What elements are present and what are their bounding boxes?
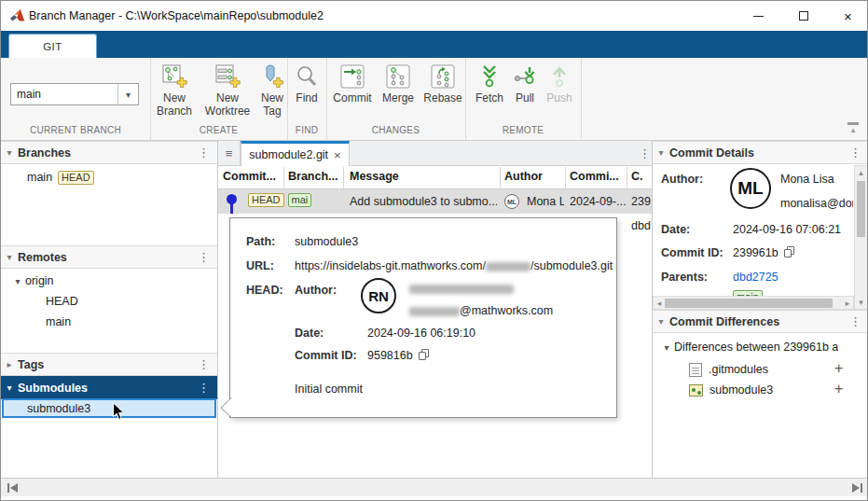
submodules-menu-icon[interactable]: ⋮	[198, 381, 210, 395]
fetch-button[interactable]: Fetch	[471, 61, 508, 124]
remote-item-main[interactable]: main	[46, 312, 71, 332]
col-message[interactable]: Message	[350, 170, 399, 183]
remote-item-head[interactable]: HEAD	[46, 291, 78, 312]
commit-differences-header[interactable]: ▾ Commit Differences ⋮	[653, 310, 868, 333]
remote-item-origin[interactable]: ▾ origin	[10, 271, 54, 291]
current-branch-combobox[interactable]: main ▾	[10, 83, 139, 105]
tt-date-value: 2024-09-16 06:19:10	[367, 327, 475, 340]
skip-to-start-icon[interactable]	[7, 482, 20, 494]
scroll-left-icon[interactable]: ◂	[654, 299, 665, 308]
submodule-item-submodule3[interactable]: submodule3	[2, 398, 216, 418]
tab-submodule2-git[interactable]: submodule2.git ×	[241, 141, 350, 166]
tt-url-value: https://insidelabs-git.mathworks.com//su…	[295, 259, 613, 272]
skip-to-end-icon[interactable]	[850, 482, 863, 494]
commit-details-menu-icon[interactable]: ⋮	[849, 146, 861, 160]
file-icon	[689, 363, 702, 377]
minimize-button[interactable]	[737, 1, 779, 31]
tab-list-icon[interactable]: ≡	[218, 141, 241, 166]
col-branch[interactable]: Branch...	[288, 170, 338, 183]
tab-git[interactable]: GIT	[8, 34, 97, 58]
find-button[interactable]: Find	[287, 61, 326, 124]
diff-add-icon[interactable]: +	[834, 381, 843, 397]
caret-down-icon[interactable]: ▾	[1, 252, 18, 262]
rebase-icon	[431, 61, 455, 92]
caret-down-icon[interactable]: ▾	[10, 276, 25, 286]
maximize-icon	[799, 11, 808, 21]
column-separator[interactable]	[565, 167, 566, 188]
tags-section-header[interactable]: ▸ Tags ⋮	[1, 353, 217, 376]
merge-button[interactable]: Merge	[377, 61, 420, 124]
branches-menu-icon[interactable]: ⋮	[198, 146, 210, 160]
new-worktree-button[interactable]: New Worktree	[199, 61, 256, 124]
fetch-icon	[477, 61, 502, 92]
column-separator[interactable]	[283, 167, 284, 188]
group-caption-remote: REMOTE	[465, 125, 581, 138]
caret-down-icon[interactable]: ▾	[659, 342, 674, 353]
commit-button[interactable]: Commit	[328, 61, 377, 124]
caret-down-icon[interactable]: ▾	[653, 316, 669, 327]
branch-item-main[interactable]: main HEAD	[27, 167, 94, 188]
diff-file-name: submodule3	[710, 383, 773, 397]
diff-file-name: .gitmodules	[709, 363, 768, 376]
new-tag-button[interactable]: New Tag	[256, 61, 288, 124]
col-commit[interactable]: Commit...	[223, 170, 276, 183]
scrollbar-thumb[interactable]	[857, 181, 865, 237]
new-branch-button[interactable]: New Branch	[150, 61, 199, 124]
rebase-label: Rebase	[423, 92, 462, 105]
pull-button[interactable]: Pull	[508, 61, 542, 124]
copy-icon[interactable]	[784, 246, 795, 258]
new-tag-icon	[259, 61, 285, 92]
cd-horizontal-scrollbar[interactable]: ◂ ▸	[653, 296, 854, 310]
submodules-section-header[interactable]: ▾ Submodules ⋮	[1, 376, 217, 399]
scroll-up-icon[interactable]: ▴	[855, 168, 867, 177]
row1-commit-id: 239	[631, 195, 651, 208]
commit-differences-title: Commit Differences	[669, 315, 779, 328]
new-branch-icon	[161, 61, 187, 92]
col-commit-date[interactable]: Commi...	[570, 170, 619, 183]
push-button: Push	[542, 61, 577, 124]
branches-section-header[interactable]: ▾ Branches ⋮	[1, 141, 217, 164]
column-separator[interactable]	[627, 167, 627, 188]
scroll-right-icon[interactable]: ▸	[842, 299, 853, 308]
commit-differences-menu-icon[interactable]: ⋮	[849, 314, 861, 328]
branches-title: Branches	[18, 146, 71, 160]
tab-title: submodule2.git	[249, 148, 328, 161]
remote-head-label: HEAD	[46, 295, 78, 308]
col-commit-id[interactable]: C.	[631, 170, 643, 183]
cd-parent-link[interactable]: dbd2725	[733, 271, 778, 284]
tt-commit-id-value: 959816b	[367, 349, 430, 362]
tags-menu-icon[interactable]: ⋮	[198, 357, 210, 371]
col-author[interactable]: Author	[504, 170, 543, 183]
cd-author-email: monalisa@don	[780, 197, 853, 210]
caret-right-icon[interactable]: ▸	[1, 359, 18, 369]
head-badge: HEAD	[58, 171, 94, 185]
close-button[interactable]: ×	[827, 1, 868, 31]
scroll-down-icon[interactable]: ▾	[855, 298, 867, 307]
diff-root-item[interactable]: ▾ Differences between 239961b a	[659, 337, 864, 357]
tt-commit-message: Initial commit	[295, 383, 363, 396]
redacted-text	[409, 285, 514, 294]
caret-down-icon[interactable]: ▾	[653, 147, 669, 158]
collapse-ribbon-button[interactable]: ▴	[845, 122, 861, 137]
diff-add-icon[interactable]: +	[834, 360, 843, 377]
group-caption-changes: CHANGES	[326, 125, 465, 138]
rebase-button[interactable]: Rebase	[420, 61, 466, 124]
caret-down-icon[interactable]: ▾	[1, 147, 18, 158]
tt-email-suffix: @mathworks.com	[460, 304, 553, 317]
submodule3-label: submodule3	[27, 402, 90, 415]
caret-down-icon[interactable]: ▾	[1, 383, 18, 393]
combo-dropdown-icon[interactable]: ▾	[117, 84, 138, 104]
maximize-button[interactable]	[782, 1, 824, 31]
table-menu-icon[interactable]: ⋮	[639, 146, 651, 160]
scrollbar-thumb[interactable]	[665, 299, 833, 308]
column-separator[interactable]	[343, 167, 344, 188]
column-separator[interactable]	[500, 167, 501, 188]
cd-date-label: Date:	[661, 223, 690, 236]
remotes-section-header[interactable]: ▾ Remotes ⋮	[1, 245, 217, 269]
remotes-menu-icon[interactable]: ⋮	[198, 250, 210, 264]
cd-vertical-scrollbar[interactable]: ▴ ▾	[854, 165, 868, 310]
copy-icon[interactable]	[419, 349, 430, 361]
tt-author-avatar: RN	[361, 278, 396, 313]
commit-details-header[interactable]: ▾ Commit Details ⋮	[653, 141, 868, 164]
tab-close-icon[interactable]: ×	[334, 148, 341, 162]
